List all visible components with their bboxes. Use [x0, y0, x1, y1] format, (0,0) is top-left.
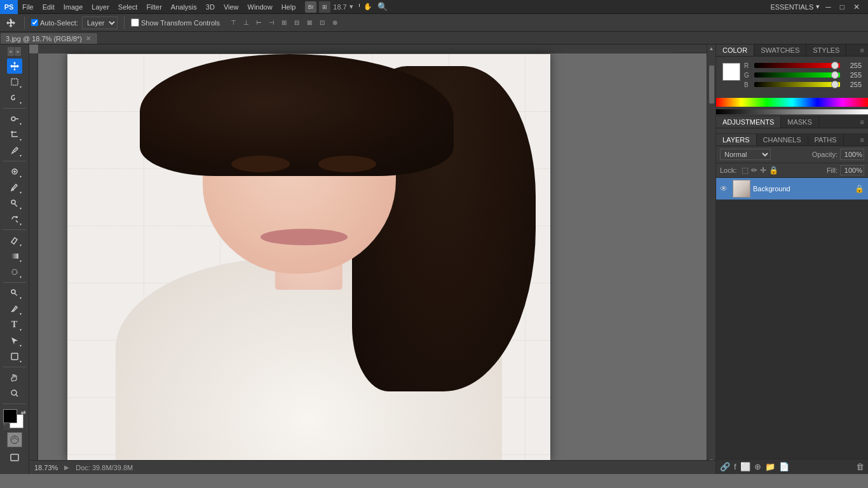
clone-stamp-tool[interactable]: ▾ [7, 196, 22, 211]
menu-filter[interactable]: Filter [142, 0, 166, 14]
blend-mode-select[interactable]: Normal [720, 149, 771, 160]
screen-mode-button[interactable] [7, 450, 22, 465]
quick-select-tool[interactable]: ▾ [7, 111, 22, 126]
vscroll-up-btn[interactable]: ▲ [708, 44, 715, 53]
layer-item[interactable]: 👁 Background 🔒 [716, 178, 868, 200]
canvas-area[interactable]: ▲ ▼ ◀ ▶ 18.73% ▶ Doc: 39.8M/39.8M [29, 44, 715, 474]
path-select-tool[interactable]: ▾ [7, 333, 22, 348]
close-button[interactable]: ✕ [850, 3, 863, 11]
color-panel-expand[interactable]: ≡ [857, 46, 868, 54]
add-mask-btn[interactable]: ⬜ [740, 462, 750, 471]
hand-tool[interactable] [7, 370, 22, 385]
distribute-icon[interactable]: ⊠ [304, 17, 315, 29]
shape-tool[interactable]: ▾ [7, 349, 22, 364]
auto-align-icon[interactable]: ⊡ [316, 17, 328, 29]
transform-input[interactable] [131, 18, 139, 27]
menu-window[interactable]: Window [243, 0, 277, 14]
g-thumb[interactable] [831, 71, 839, 79]
color-preview[interactable] [722, 63, 740, 81]
align-right-icon[interactable]: ⊟ [291, 17, 302, 29]
lock-move-icon[interactable]: ✛ [760, 166, 766, 175]
lock-all-icon[interactable]: 🔒 [769, 166, 778, 175]
adobe-icon[interactable]: ⊞ [319, 1, 330, 13]
dodge-tool[interactable]: ▾ [7, 285, 22, 301]
tab-masks[interactable]: MASKS [781, 116, 819, 128]
auto-select-checkbox[interactable]: Auto-Select: [31, 19, 78, 27]
document-tab[interactable]: 3.jpg @ 18.7% (RGB/8*) ✕ [0, 32, 98, 44]
menu-view[interactable]: View [219, 0, 243, 14]
heal-tool[interactable]: ▾ [7, 164, 22, 179]
eraser-tool[interactable]: ▾ [7, 233, 22, 248]
opacity-input[interactable] [840, 149, 864, 160]
zoom-tool[interactable] [7, 386, 22, 401]
layer-visibility-icon[interactable]: 👁 [720, 184, 730, 193]
lock-transparent-icon[interactable]: ⬚ [742, 166, 749, 175]
eyedropper-tool[interactable]: ▾ [7, 143, 22, 158]
vscroll-thumb[interactable] [709, 65, 714, 104]
menu-select[interactable]: Select [114, 0, 142, 14]
menu-analysis[interactable]: Analysis [166, 0, 201, 14]
blur-tool[interactable]: ▾ [7, 264, 22, 280]
swap-colors-icon[interactable]: ⇄ [21, 409, 26, 416]
history-brush-tool[interactable]: ▾ [7, 212, 22, 227]
lasso-tool[interactable]: ▾ [7, 90, 22, 105]
canvas-vscroll[interactable]: ▲ ▼ [707, 44, 715, 465]
tab-channels[interactable]: CHANNELS [757, 134, 808, 146]
tab-layers[interactable]: LAYERS [716, 134, 757, 146]
add-style-btn[interactable]: f [734, 462, 736, 471]
zoom-tool-icon[interactable]: 🔍 [374, 0, 391, 14]
color-spectrum[interactable] [716, 98, 868, 107]
options-extra-icon[interactable]: ⊗ [329, 17, 341, 29]
menu-file[interactable]: File [18, 0, 38, 14]
auto-select-dropdown[interactable]: Layer [82, 17, 118, 29]
link-layers-btn[interactable]: 🔗 [720, 462, 730, 471]
move-tool[interactable] [7, 58, 22, 74]
align-vcenter-icon[interactable]: ⊥ [240, 17, 252, 29]
new-fill-adj-btn[interactable]: ⊕ [754, 462, 761, 471]
align-hcenter-icon[interactable]: ⊞ [278, 17, 290, 29]
foreground-color-swatch[interactable] [3, 409, 17, 423]
toolbar-toggle-2[interactable]: » [15, 47, 21, 56]
default-colors-icon[interactable]: ⬛ [3, 424, 10, 430]
menu-layer[interactable]: Layer [87, 0, 114, 14]
menu-edit[interactable]: Edit [38, 0, 59, 14]
adj-panel-expand[interactable]: ≡ [857, 118, 868, 126]
align-bottom-icon[interactable]: ⊢ [253, 17, 264, 29]
crop-tool[interactable]: ▾ [7, 127, 22, 142]
quick-mask-button[interactable] [7, 432, 22, 447]
bw-spectrum[interactable] [716, 109, 868, 114]
marquee-tool[interactable]: ▾ [7, 74, 22, 90]
minimize-button[interactable]: ─ [822, 3, 834, 11]
restore-button[interactable]: □ [837, 3, 848, 11]
menu-image[interactable]: Image [59, 0, 88, 14]
g-slider[interactable] [754, 72, 840, 78]
bridge-icon[interactable]: Br [305, 1, 316, 13]
align-left-icon[interactable]: ⊣ [266, 17, 277, 29]
align-top-icon[interactable]: ⊤ [227, 17, 239, 29]
hand-tool-icon[interactable]: ✋ [353, 0, 374, 14]
tab-styles[interactable]: STYLES [806, 44, 846, 56]
b-slider[interactable] [754, 82, 840, 87]
tab-adjustments[interactable]: ADJUSTMENTS [716, 116, 781, 128]
tab-swatches[interactable]: SWATCHES [754, 44, 806, 56]
status-icon[interactable]: ▶ [64, 464, 69, 471]
b-thumb[interactable] [831, 81, 839, 88]
delete-layer-btn[interactable]: 🗑 [856, 462, 864, 471]
tab-color[interactable]: COLOR [716, 44, 754, 56]
layers-panel-expand[interactable]: ≡ [857, 136, 868, 144]
r-slider[interactable] [754, 63, 840, 68]
auto-select-input[interactable] [31, 19, 38, 26]
brush-tool[interactable]: ▾ [7, 180, 22, 195]
r-thumb[interactable] [831, 62, 839, 69]
lock-brush-icon[interactable]: ✏ [751, 166, 757, 175]
transform-controls-checkbox[interactable]: Show Transform Controls [131, 18, 220, 27]
toolbar-toggle[interactable]: « [8, 47, 14, 56]
gradient-tool[interactable]: ▾ [7, 248, 22, 264]
new-layer-btn[interactable]: 📄 [779, 462, 789, 471]
tab-paths[interactable]: PATHS [808, 134, 844, 146]
menu-help[interactable]: Help [277, 0, 301, 14]
fill-input[interactable] [840, 165, 864, 175]
new-group-btn[interactable]: 📁 [765, 462, 775, 471]
pen-tool[interactable]: ▾ [7, 301, 22, 316]
menu-3d[interactable]: 3D [201, 0, 219, 14]
